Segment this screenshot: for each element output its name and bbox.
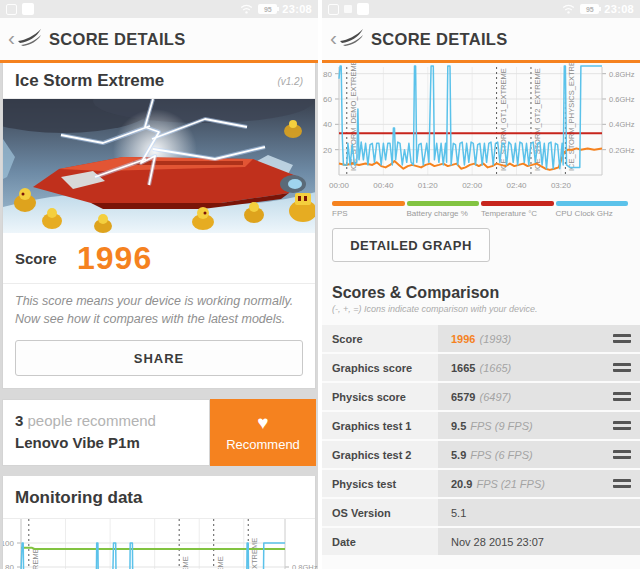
score-row[interactable]: Physics score6579(6497) — [322, 383, 640, 410]
ghz-tick-label: 0.2GHz — [609, 146, 635, 155]
score-label: Score — [15, 250, 77, 267]
y-tick-label: 40 — [323, 120, 332, 129]
app-notification-icon — [357, 3, 369, 15]
ice-storm-artwork — [3, 99, 315, 233]
x-tick-label: 00:40 — [373, 181, 394, 190]
detailed-graph-button[interactable]: DETAILED GRAPH — [332, 228, 490, 262]
score-row-label: Graphics score — [322, 354, 438, 381]
share-button[interactable]: SHARE — [15, 340, 303, 376]
score-row: DateNov 28 2015 23:07 — [322, 528, 640, 555]
monitoring-title: Monitoring data — [15, 488, 142, 508]
small-notification-icon — [344, 5, 352, 13]
battery-level: 95 — [586, 6, 594, 13]
recommend-middle-text: people recommend — [28, 412, 156, 429]
equals-comparison-icon — [613, 450, 631, 459]
ghz-tick-label: 0.6GHz — [609, 95, 635, 104]
recommend-count: 3 — [15, 412, 23, 429]
ghz-tick-label: 0.8GHz — [609, 70, 635, 79]
legend-color-bar — [556, 201, 629, 206]
legend-label: CPU Clock GHz — [556, 209, 629, 218]
score-row-value: 20.9FPS (21 FPS) — [438, 470, 640, 497]
test-score-card: Ice Storm Extreme (v1.2) — [2, 63, 316, 389]
wifi-icon — [240, 4, 253, 14]
score-row-value: 6579(6497) — [438, 383, 640, 410]
chart-legend: FPSBattery charge %Temperature °CCPU Clo… — [332, 201, 630, 218]
battery-icon: 95 — [258, 4, 277, 14]
y-tick-label: 60 — [323, 95, 332, 104]
x-tick-label: 02:40 — [507, 181, 528, 190]
score-row-label: Physics test — [322, 470, 438, 497]
y-tick-label: 80 — [5, 563, 14, 569]
score-row[interactable]: Graphics test 25.9FPS (6 FPS) — [322, 441, 640, 468]
x-tick-label: 03:20 — [551, 181, 572, 190]
monitoring-card: Monitoring data 801000.8GHzICE_STORM_DEM… — [2, 476, 316, 569]
score-value: 1996 — [77, 240, 152, 277]
score-row-value: 1665(1665) — [438, 354, 640, 381]
battery-level: 95 — [264, 6, 272, 13]
equals-comparison-icon — [613, 334, 631, 343]
score-row-label: OS Version — [322, 499, 438, 526]
score-description: This score means your device is working … — [3, 283, 315, 336]
score-row[interactable]: Graphics score1665(1665) — [322, 354, 640, 381]
app-notification-icon — [22, 3, 34, 15]
score-row-label: Graphics test 1 — [322, 412, 438, 439]
equals-comparison-icon — [613, 392, 631, 401]
battery-icon: 95 — [580, 4, 599, 14]
y-tick-label: 20 — [323, 146, 332, 155]
score-row-label: Graphics test 2 — [322, 441, 438, 468]
score-row-label: Score — [322, 325, 438, 352]
legend-item: Battery charge % — [407, 201, 480, 218]
score-row-value: 1996(1993) — [438, 325, 640, 352]
score-row[interactable]: Score1996(1993) — [322, 325, 640, 352]
score-row-value: 5.9FPS (6 FPS) — [438, 441, 640, 468]
status-bar: 95 23:08 — [0, 0, 318, 18]
x-tick-label: 02:00 — [462, 181, 483, 190]
equals-comparison-icon — [613, 479, 631, 488]
page-title: SCORE DETAILS — [49, 30, 186, 49]
device-name: Lenovo Vibe P1m — [15, 434, 140, 451]
recommend-button[interactable]: ♥ Recommend — [210, 399, 316, 466]
equals-comparison-icon — [613, 363, 631, 372]
monitoring-graph: 00:0000:4001:2002:0002:4003:20204060800.… — [322, 63, 640, 199]
series-battery — [21, 548, 285, 549]
scores-comparison-title: Scores & Comparison — [332, 284, 630, 302]
heart-icon: ♥ — [257, 413, 268, 432]
back-chevron-icon[interactable]: ‹ — [8, 27, 15, 48]
clock-time: 23:08 — [604, 3, 634, 15]
score-row[interactable]: Physics test20.9FPS (21 FPS) — [322, 470, 640, 497]
legend-item: CPU Clock GHz — [556, 201, 629, 218]
monitoring-chart-preview: 801000.8GHzICE_STORM_DEMO_EXTREMEICE_STO… — [3, 519, 318, 569]
legend-label: Temperature °C — [481, 209, 554, 218]
scores-table: Score1996(1993)Graphics score1665(1665)P… — [322, 325, 640, 555]
right-screen: 95 23:08 ‹ SCORE DETAILS 00:0000:4001:20… — [322, 0, 640, 569]
section-label: ICE_STORM_PHYSICS_EXTREME — [567, 63, 576, 171]
x-tick-label: 00:00 — [329, 181, 350, 190]
test-version: (v1.2) — [277, 76, 303, 87]
page-title: SCORE DETAILS — [371, 30, 508, 49]
clock-time: 23:08 — [282, 3, 312, 15]
recommend-button-label: Recommend — [226, 437, 300, 452]
equals-comparison-icon — [613, 421, 631, 430]
recommend-section: 3 people recommend Lenovo Vibe P1m ♥ Rec… — [2, 399, 316, 466]
legend-item: Temperature °C — [481, 201, 554, 218]
right-content: 00:0000:4001:2002:0002:4003:20204060800.… — [322, 63, 640, 569]
score-row-label: Physics score — [322, 383, 438, 410]
status-bar: 95 23:08 — [322, 0, 640, 18]
x-tick-label: 01:20 — [418, 181, 439, 190]
legend-color-bar — [332, 201, 405, 206]
back-chevron-icon[interactable]: ‹ — [330, 27, 337, 48]
y-tick-label: 80 — [323, 70, 332, 79]
score-row[interactable]: Graphics test 19.5FPS (9 FPS) — [322, 412, 640, 439]
header-bar: ‹ SCORE DETAILS — [0, 18, 318, 63]
series-cpu_clock — [339, 66, 602, 169]
section-label: ICE_STORM_GT1_EXTREME — [181, 556, 190, 569]
y-tick-label: 100 — [3, 539, 15, 548]
threedmark-logo-icon — [17, 28, 43, 53]
notification-outline-icon — [6, 4, 17, 15]
series-cpu_clock — [21, 543, 285, 569]
section-label: ICE_STORM_GT2_EXTREME — [216, 556, 225, 569]
legend-color-bar — [481, 201, 554, 206]
recommend-text: 3 people recommend Lenovo Vibe P1m — [2, 399, 210, 466]
left-content: Ice Storm Extreme (v1.2) — [0, 63, 318, 569]
score-row-value: 5.1 — [438, 499, 640, 526]
